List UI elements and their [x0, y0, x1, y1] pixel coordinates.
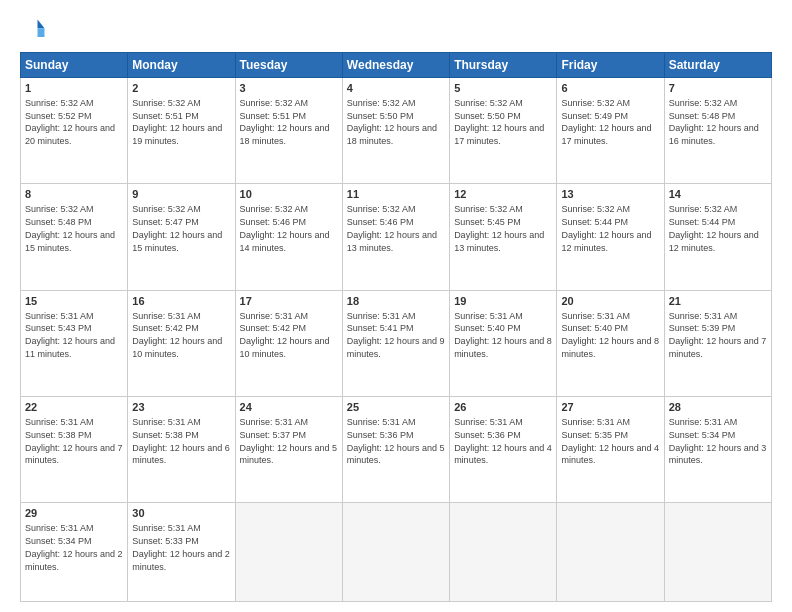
cell-info: Sunrise: 5:31 AMSunset: 5:38 PMDaylight:… [132, 417, 230, 465]
day-number: 29 [25, 506, 123, 521]
calendar-cell: 3Sunrise: 5:32 AMSunset: 5:51 PMDaylight… [235, 78, 342, 184]
cell-info: Sunrise: 5:32 AMSunset: 5:48 PMDaylight:… [669, 98, 759, 146]
day-number: 30 [132, 506, 230, 521]
week-row-1: 1Sunrise: 5:32 AMSunset: 5:52 PMDaylight… [21, 78, 772, 184]
header [20, 16, 772, 44]
week-row-4: 22Sunrise: 5:31 AMSunset: 5:38 PMDayligh… [21, 397, 772, 503]
header-day-friday: Friday [557, 53, 664, 78]
calendar-cell: 28Sunrise: 5:31 AMSunset: 5:34 PMDayligh… [664, 397, 771, 503]
calendar-cell: 1Sunrise: 5:32 AMSunset: 5:52 PMDaylight… [21, 78, 128, 184]
header-row: SundayMondayTuesdayWednesdayThursdayFrid… [21, 53, 772, 78]
day-number: 18 [347, 294, 445, 309]
calendar-cell: 25Sunrise: 5:31 AMSunset: 5:36 PMDayligh… [342, 397, 449, 503]
day-number: 13 [561, 187, 659, 202]
day-number: 22 [25, 400, 123, 415]
day-number: 5 [454, 81, 552, 96]
cell-info: Sunrise: 5:31 AMSunset: 5:37 PMDaylight:… [240, 417, 338, 465]
week-row-5: 29Sunrise: 5:31 AMSunset: 5:34 PMDayligh… [21, 503, 772, 602]
calendar-cell: 27Sunrise: 5:31 AMSunset: 5:35 PMDayligh… [557, 397, 664, 503]
day-number: 24 [240, 400, 338, 415]
day-number: 7 [669, 81, 767, 96]
calendar-cell: 11Sunrise: 5:32 AMSunset: 5:46 PMDayligh… [342, 184, 449, 290]
day-number: 12 [454, 187, 552, 202]
header-day-saturday: Saturday [664, 53, 771, 78]
calendar-body: 1Sunrise: 5:32 AMSunset: 5:52 PMDaylight… [21, 78, 772, 602]
week-row-2: 8Sunrise: 5:32 AMSunset: 5:48 PMDaylight… [21, 184, 772, 290]
day-number: 3 [240, 81, 338, 96]
day-number: 26 [454, 400, 552, 415]
cell-info: Sunrise: 5:32 AMSunset: 5:47 PMDaylight:… [132, 204, 222, 252]
header-day-thursday: Thursday [450, 53, 557, 78]
calendar-cell: 16Sunrise: 5:31 AMSunset: 5:42 PMDayligh… [128, 290, 235, 396]
day-number: 4 [347, 81, 445, 96]
header-day-monday: Monday [128, 53, 235, 78]
calendar-cell [342, 503, 449, 602]
cell-info: Sunrise: 5:31 AMSunset: 5:40 PMDaylight:… [561, 311, 659, 359]
day-number: 23 [132, 400, 230, 415]
cell-info: Sunrise: 5:32 AMSunset: 5:51 PMDaylight:… [240, 98, 330, 146]
header-day-tuesday: Tuesday [235, 53, 342, 78]
day-number: 1 [25, 81, 123, 96]
calendar-cell: 23Sunrise: 5:31 AMSunset: 5:38 PMDayligh… [128, 397, 235, 503]
svg-marker-0 [38, 20, 45, 29]
calendar-cell: 13Sunrise: 5:32 AMSunset: 5:44 PMDayligh… [557, 184, 664, 290]
logo [20, 16, 52, 44]
cell-info: Sunrise: 5:31 AMSunset: 5:35 PMDaylight:… [561, 417, 659, 465]
cell-info: Sunrise: 5:31 AMSunset: 5:36 PMDaylight:… [347, 417, 445, 465]
cell-info: Sunrise: 5:31 AMSunset: 5:34 PMDaylight:… [669, 417, 767, 465]
calendar-cell: 24Sunrise: 5:31 AMSunset: 5:37 PMDayligh… [235, 397, 342, 503]
day-number: 11 [347, 187, 445, 202]
cell-info: Sunrise: 5:31 AMSunset: 5:33 PMDaylight:… [132, 523, 230, 571]
calendar-cell: 26Sunrise: 5:31 AMSunset: 5:36 PMDayligh… [450, 397, 557, 503]
cell-info: Sunrise: 5:31 AMSunset: 5:42 PMDaylight:… [132, 311, 222, 359]
cell-info: Sunrise: 5:31 AMSunset: 5:36 PMDaylight:… [454, 417, 552, 465]
calendar-cell: 17Sunrise: 5:31 AMSunset: 5:42 PMDayligh… [235, 290, 342, 396]
day-number: 21 [669, 294, 767, 309]
calendar-cell: 30Sunrise: 5:31 AMSunset: 5:33 PMDayligh… [128, 503, 235, 602]
calendar-cell: 2Sunrise: 5:32 AMSunset: 5:51 PMDaylight… [128, 78, 235, 184]
cell-info: Sunrise: 5:32 AMSunset: 5:45 PMDaylight:… [454, 204, 544, 252]
header-day-wednesday: Wednesday [342, 53, 449, 78]
calendar-cell: 8Sunrise: 5:32 AMSunset: 5:48 PMDaylight… [21, 184, 128, 290]
calendar: SundayMondayTuesdayWednesdayThursdayFrid… [20, 52, 772, 602]
calendar-cell: 29Sunrise: 5:31 AMSunset: 5:34 PMDayligh… [21, 503, 128, 602]
header-day-sunday: Sunday [21, 53, 128, 78]
calendar-cell: 7Sunrise: 5:32 AMSunset: 5:48 PMDaylight… [664, 78, 771, 184]
calendar-cell: 18Sunrise: 5:31 AMSunset: 5:41 PMDayligh… [342, 290, 449, 396]
day-number: 9 [132, 187, 230, 202]
day-number: 16 [132, 294, 230, 309]
cell-info: Sunrise: 5:31 AMSunset: 5:43 PMDaylight:… [25, 311, 115, 359]
calendar-cell: 6Sunrise: 5:32 AMSunset: 5:49 PMDaylight… [557, 78, 664, 184]
cell-info: Sunrise: 5:31 AMSunset: 5:34 PMDaylight:… [25, 523, 123, 571]
calendar-cell: 4Sunrise: 5:32 AMSunset: 5:50 PMDaylight… [342, 78, 449, 184]
cell-info: Sunrise: 5:32 AMSunset: 5:50 PMDaylight:… [454, 98, 544, 146]
calendar-cell [664, 503, 771, 602]
day-number: 6 [561, 81, 659, 96]
cell-info: Sunrise: 5:32 AMSunset: 5:52 PMDaylight:… [25, 98, 115, 146]
calendar-cell [557, 503, 664, 602]
cell-info: Sunrise: 5:31 AMSunset: 5:42 PMDaylight:… [240, 311, 330, 359]
cell-info: Sunrise: 5:32 AMSunset: 5:44 PMDaylight:… [669, 204, 759, 252]
day-number: 28 [669, 400, 767, 415]
calendar-cell [450, 503, 557, 602]
logo-icon [20, 16, 48, 44]
calendar-cell: 20Sunrise: 5:31 AMSunset: 5:40 PMDayligh… [557, 290, 664, 396]
calendar-header: SundayMondayTuesdayWednesdayThursdayFrid… [21, 53, 772, 78]
day-number: 10 [240, 187, 338, 202]
cell-info: Sunrise: 5:31 AMSunset: 5:39 PMDaylight:… [669, 311, 767, 359]
page: SundayMondayTuesdayWednesdayThursdayFrid… [0, 0, 792, 612]
calendar-cell: 9Sunrise: 5:32 AMSunset: 5:47 PMDaylight… [128, 184, 235, 290]
cell-info: Sunrise: 5:32 AMSunset: 5:49 PMDaylight:… [561, 98, 651, 146]
calendar-cell: 12Sunrise: 5:32 AMSunset: 5:45 PMDayligh… [450, 184, 557, 290]
day-number: 19 [454, 294, 552, 309]
calendar-cell: 10Sunrise: 5:32 AMSunset: 5:46 PMDayligh… [235, 184, 342, 290]
cell-info: Sunrise: 5:32 AMSunset: 5:44 PMDaylight:… [561, 204, 651, 252]
calendar-cell: 21Sunrise: 5:31 AMSunset: 5:39 PMDayligh… [664, 290, 771, 396]
day-number: 14 [669, 187, 767, 202]
day-number: 25 [347, 400, 445, 415]
day-number: 17 [240, 294, 338, 309]
week-row-3: 15Sunrise: 5:31 AMSunset: 5:43 PMDayligh… [21, 290, 772, 396]
cell-info: Sunrise: 5:32 AMSunset: 5:46 PMDaylight:… [240, 204, 330, 252]
day-number: 20 [561, 294, 659, 309]
cell-info: Sunrise: 5:31 AMSunset: 5:40 PMDaylight:… [454, 311, 552, 359]
